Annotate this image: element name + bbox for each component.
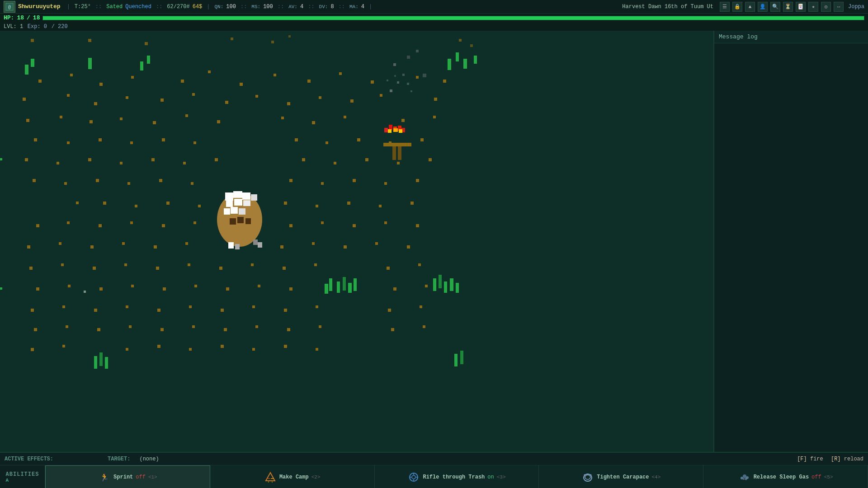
ability-sprint[interactable]: 🏃 Sprint off <1> — [45, 465, 210, 488]
svg-rect-219 — [319, 325, 321, 328]
svg-rect-38 — [67, 94, 70, 97]
svg-rect-202 — [157, 309, 160, 312]
svg-rect-234 — [284, 345, 287, 348]
svg-rect-155 — [90, 245, 94, 249]
target-label: TARGET: — [108, 456, 130, 462]
sprint-icon: 🏃 — [98, 471, 111, 483]
mountain-icon[interactable]: ▲ — [745, 2, 755, 12]
username: Joppa — [848, 4, 864, 10]
ability-tighten-carapace[interactable]: Tighten Carapace <4> — [539, 465, 703, 488]
svg-rect-236 — [0, 158, 2, 160]
svg-rect-209 — [420, 305, 422, 308]
svg-rect-160 — [312, 242, 315, 245]
svg-point-259 — [745, 478, 747, 480]
svg-rect-11 — [416, 50, 419, 52]
svg-rect-107 — [389, 141, 392, 144]
svg-rect-231 — [189, 348, 192, 351]
lock-icon[interactable]: 🔒 — [732, 2, 742, 12]
svg-rect-23 — [474, 56, 477, 64]
svg-rect-141 — [410, 202, 414, 205]
svg-rect-22 — [463, 59, 467, 69]
svg-rect-147 — [193, 221, 196, 224]
svg-point-246 — [412, 475, 415, 479]
svg-rect-222 — [94, 356, 97, 369]
hp-max: 18 — [33, 14, 40, 21]
target-value: (none) — [139, 456, 159, 462]
svg-rect-39 — [94, 102, 97, 105]
svg-rect-186 — [418, 263, 421, 266]
toolbar-icons: ☰ 🔒 ▲ 👤 🔍 ⏳ 🃏 ★ ◎ ↔ — [720, 2, 844, 12]
ability-make-camp[interactable]: Make Camp <2> — [210, 465, 375, 488]
search-icon[interactable]: 🔍 — [770, 2, 780, 12]
svg-rect-94 — [312, 121, 315, 124]
svg-rect-135 — [166, 202, 170, 205]
svg-rect-40 — [126, 96, 128, 99]
svg-rect-193 — [226, 287, 229, 291]
game-viewport[interactable] — [0, 31, 714, 452]
svg-rect-30 — [240, 83, 243, 86]
svg-rect-185 — [387, 267, 390, 270]
fire-key: [F] — [797, 456, 807, 462]
svg-rect-51 — [397, 81, 399, 84]
svg-rect-180 — [188, 263, 190, 266]
rifle-trash-name: Rifle through Trash — [423, 474, 485, 480]
svg-rect-132 — [76, 202, 79, 204]
star-icon[interactable]: ★ — [808, 2, 818, 12]
svg-rect-71 — [242, 192, 250, 200]
svg-rect-211 — [66, 325, 68, 328]
svg-rect-181 — [219, 267, 222, 270]
svg-rect-207 — [316, 305, 318, 308]
ability-sleep-gas[interactable]: Release Sleep Gas off <5> — [703, 465, 868, 488]
svg-rect-173 — [450, 278, 453, 291]
svg-rect-16 — [31, 59, 34, 67]
svg-rect-96 — [401, 119, 405, 122]
exp-max: 220 — [58, 23, 68, 30]
right-panel: Message log — [714, 31, 868, 452]
svg-rect-111 — [88, 158, 91, 161]
hp-bar-fill — [43, 16, 864, 20]
svg-rect-217 — [255, 325, 258, 328]
svg-rect-214 — [160, 328, 164, 331]
hp-bar — [42, 16, 864, 20]
svg-rect-195 — [289, 287, 292, 291]
target-icon[interactable]: ◎ — [821, 2, 831, 12]
svg-rect-182 — [251, 263, 254, 266]
reload-key: [R] — [831, 456, 841, 462]
svg-rect-74 — [234, 199, 242, 206]
svg-text:@: @ — [8, 5, 11, 10]
cards-icon[interactable]: 🃏 — [796, 2, 806, 12]
hourglass-icon[interactable]: ⏳ — [783, 2, 793, 12]
bottom-section: ACTIVE EFFECTS: TARGET: (none) [F] fire … — [0, 452, 868, 488]
sleep-gas-key: <5> — [824, 474, 833, 480]
svg-rect-224 — [105, 357, 108, 369]
menu-icon[interactable]: ☰ — [720, 2, 730, 12]
svg-rect-235 — [316, 348, 318, 351]
svg-rect-95 — [344, 116, 346, 118]
svg-rect-201 — [126, 305, 128, 308]
svg-rect-48 — [380, 94, 382, 97]
svg-rect-8 — [288, 35, 291, 38]
svg-rect-203 — [189, 305, 192, 308]
abilities-label: ABILITIES A — [0, 465, 45, 488]
svg-rect-113 — [151, 158, 155, 161]
ability-rifle-trash[interactable]: Rifle through Trash on <3> — [375, 465, 539, 488]
svg-rect-88 — [90, 120, 93, 123]
portrait-icon[interactable]: 👤 — [758, 2, 768, 12]
svg-rect-139 — [347, 202, 350, 205]
svg-rect-154 — [59, 242, 61, 245]
svg-rect-104 — [295, 138, 298, 141]
av-label: AV: — [288, 4, 297, 9]
svg-rect-25 — [70, 74, 73, 76]
svg-rect-37 — [23, 98, 26, 101]
svg-rect-178 — [124, 263, 127, 266]
svg-rect-161 — [344, 245, 347, 249]
svg-rect-33 — [339, 72, 342, 75]
svg-rect-123 — [96, 179, 99, 182]
reload-action: reload — [844, 456, 863, 462]
message-log-content — [714, 43, 868, 452]
svg-rect-157 — [154, 245, 157, 249]
rifle-trash-state: on — [487, 474, 494, 480]
arrows-icon[interactable]: ↔ — [834, 2, 844, 12]
top-bar: @ Shwuruuyutep | T:25° :: Sated Quenched… — [0, 0, 868, 14]
exp-separator: / — [52, 23, 58, 30]
